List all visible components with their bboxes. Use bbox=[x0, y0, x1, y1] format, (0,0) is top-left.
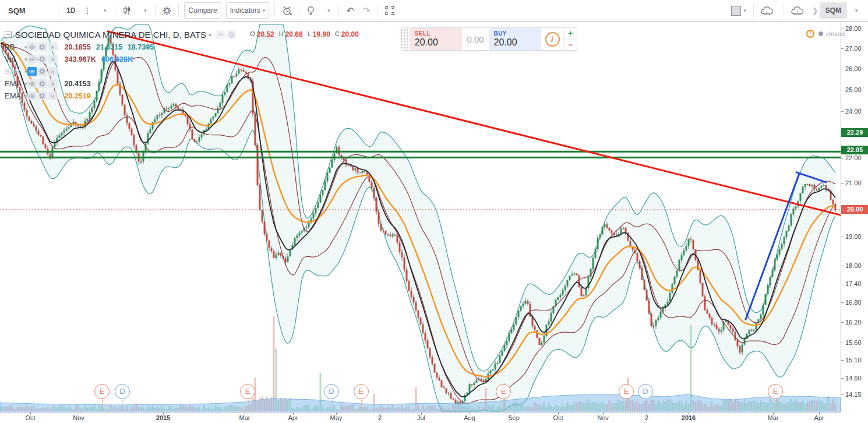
chart-style-button[interactable] bbox=[118, 2, 136, 19]
alarm-clock-plus-icon bbox=[282, 6, 292, 16]
undo-button[interactable]: ↶ bbox=[342, 2, 358, 19]
symbol-search-box[interactable]: SQM bbox=[0, 6, 56, 15]
marker-stem bbox=[248, 400, 249, 410]
close-icon[interactable]: × bbox=[48, 55, 58, 64]
time-axis[interactable]: OctNov2015MarAprMay2JulAugSepOctNov22016… bbox=[0, 412, 841, 423]
ideas-button[interactable] bbox=[302, 2, 319, 19]
close-icon[interactable]: × bbox=[48, 67, 58, 76]
info-icon[interactable]: i bbox=[545, 32, 560, 47]
quantity-decrease-button[interactable]: − bbox=[564, 40, 577, 51]
symbol-eye-icon[interactable] bbox=[216, 30, 225, 39]
market-closed-dot bbox=[818, 31, 823, 36]
dividends-marker[interactable]: D bbox=[638, 384, 653, 399]
indicator-value: 606.628K bbox=[101, 55, 133, 64]
interval-menu-button[interactable]: ⋮ bbox=[79, 2, 96, 19]
save-chart-button[interactable]: ↑ bbox=[787, 2, 811, 19]
time-label: Oct bbox=[25, 414, 35, 421]
eye-icon[interactable] bbox=[27, 67, 37, 76]
toolbar-divider bbox=[377, 4, 378, 17]
settings-icon[interactable] bbox=[38, 43, 47, 51]
indicator-label[interactable]: EMA bbox=[5, 91, 22, 100]
ohlc-values: O20.52H20.68L19.90C20.00 bbox=[245, 30, 359, 38]
spread-value: 0.00 bbox=[462, 28, 489, 50]
earnings-marker[interactable]: E bbox=[240, 384, 255, 399]
layout-select-button[interactable]: ▾ bbox=[727, 2, 750, 19]
settings-icon[interactable] bbox=[38, 55, 47, 64]
chevron-down-icon[interactable]: ▾ bbox=[24, 81, 27, 87]
interval-dropdown[interactable]: ▾ bbox=[96, 2, 112, 19]
earnings-marker[interactable]: E bbox=[768, 384, 783, 399]
order-panel-drag-handle[interactable] bbox=[401, 28, 410, 50]
chevron-down-icon[interactable]: ▾ bbox=[24, 57, 27, 62]
close-icon[interactable]: × bbox=[48, 91, 58, 100]
fullscreen-button[interactable] bbox=[381, 2, 398, 19]
saved-layout-dropdown[interactable]: ▾ bbox=[847, 2, 863, 19]
price-badge: 22.05 bbox=[841, 146, 868, 154]
earnings-marker[interactable]: E bbox=[496, 384, 511, 399]
order-panel: SELL 20.00 0.00 BUY 20.00 i + − bbox=[401, 27, 577, 51]
warning-icon[interactable]: ! bbox=[806, 30, 814, 38]
price-axis[interactable]: 28.0027.0026.0025.0024.0022.0021.0019.00… bbox=[841, 22, 868, 412]
ohlc-key: C bbox=[335, 30, 340, 38]
time-label: Jul bbox=[417, 414, 425, 421]
symbol-title[interactable]: SOCIEDAD QUIMICA MINERA DE CHI, D, BATS bbox=[15, 30, 206, 40]
earnings-marker[interactable]: E bbox=[619, 384, 634, 399]
chevron-icon: ❯ bbox=[812, 6, 818, 15]
time-label: Nov bbox=[597, 414, 609, 421]
eye-icon[interactable] bbox=[27, 55, 37, 64]
earnings-marker[interactable]: E bbox=[94, 384, 110, 399]
ohlc-key: L bbox=[308, 30, 311, 38]
interval-button[interactable]: 1D bbox=[62, 2, 79, 19]
eye-icon[interactable] bbox=[27, 79, 37, 88]
indicator-value: 20.4153 bbox=[65, 80, 91, 88]
chevron-down-icon[interactable]: ▾ bbox=[209, 31, 211, 38]
chevron-down-icon[interactable]: ▾ bbox=[24, 44, 27, 50]
trading-app: SQM 1D ⋮ ▾ ▾ Compare Indicators ▾ ▾ ↶ ↷ bbox=[0, 0, 868, 423]
indicator-label[interactable]: BB bbox=[5, 43, 22, 51]
fullscreen-icon bbox=[385, 6, 394, 15]
add-alert-button[interactable] bbox=[278, 2, 296, 19]
indicator-label[interactable]: Vol bbox=[5, 55, 22, 64]
settings-icon[interactable] bbox=[38, 91, 47, 100]
settings-icon[interactable] bbox=[38, 79, 47, 88]
indicator-value: 343.967K bbox=[65, 55, 96, 64]
indicators-label: Indicators bbox=[230, 6, 260, 15]
toolbar-divider bbox=[753, 4, 754, 17]
eye-icon[interactable] bbox=[27, 91, 37, 100]
sell-button[interactable]: SELL 20.00 bbox=[410, 28, 463, 50]
close-icon[interactable]: × bbox=[48, 43, 58, 51]
marker-stem bbox=[626, 400, 627, 410]
ohlc-value: 20.52 bbox=[257, 30, 274, 38]
load-chart-button[interactable]: ↓ bbox=[757, 2, 781, 19]
saved-layout-tab[interactable]: SQM bbox=[820, 2, 847, 19]
dividends-marker[interactable]: D bbox=[115, 384, 130, 399]
market-status: ! closed bbox=[806, 30, 845, 38]
compare-button[interactable]: Compare bbox=[184, 2, 221, 19]
toolbar-right-group: ▾ ↓ ↑ ❯ SQM ▾ bbox=[727, 2, 863, 19]
buy-button[interactable]: BUY 20.00 bbox=[489, 28, 542, 50]
chevron-down-icon[interactable]: ▾ bbox=[24, 69, 27, 75]
indicator-label[interactable]: SAR bbox=[5, 67, 22, 76]
eye-icon[interactable] bbox=[27, 43, 37, 51]
dividends-marker[interactable]: D bbox=[324, 384, 339, 399]
ideas-dropdown[interactable]: ▾ bbox=[319, 2, 336, 19]
chart-legend: SOCIEDAD QUIMICA MINERA DE CHI, D, BATS … bbox=[5, 28, 359, 102]
marker-stem bbox=[645, 400, 647, 410]
chart-settings-button[interactable] bbox=[158, 2, 175, 19]
time-label: May bbox=[330, 414, 343, 421]
ohlc-value: 20.00 bbox=[341, 30, 359, 38]
time-label: Aug bbox=[464, 414, 475, 421]
quantity-increase-button[interactable]: + bbox=[564, 28, 577, 40]
ohlc-key: O bbox=[250, 30, 255, 38]
indicators-button[interactable]: Indicators ▾ bbox=[226, 2, 270, 19]
toolbar-divider bbox=[115, 4, 115, 17]
earnings-marker[interactable]: E bbox=[354, 384, 369, 399]
symbol-settings-icon[interactable] bbox=[227, 30, 236, 39]
legend-collapse-icon[interactable] bbox=[5, 31, 12, 38]
indicator-label[interactable]: EMA bbox=[5, 79, 22, 88]
chevron-down-icon[interactable]: ▾ bbox=[24, 93, 27, 99]
chart-style-dropdown[interactable]: ▾ bbox=[136, 2, 152, 19]
settings-icon[interactable] bbox=[38, 67, 47, 76]
redo-button[interactable]: ↷ bbox=[358, 2, 375, 19]
close-icon[interactable]: × bbox=[48, 79, 58, 88]
